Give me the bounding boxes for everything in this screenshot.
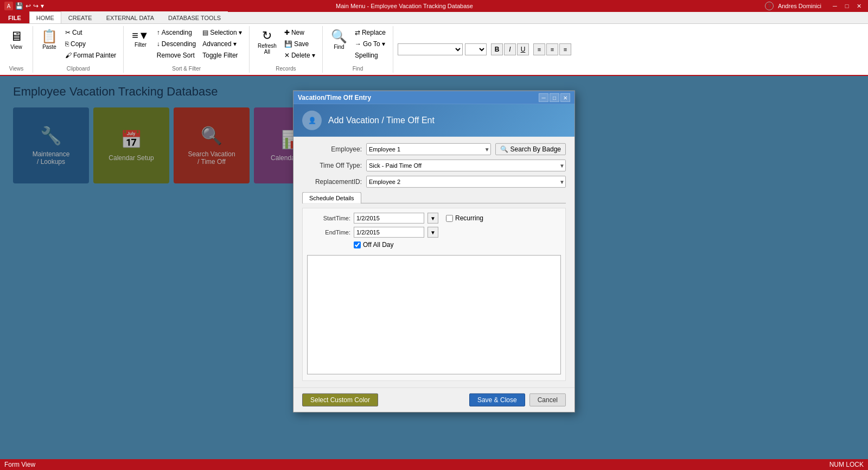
modal-maximize-button[interactable]: □ bbox=[550, 93, 559, 102]
modal-close-button[interactable]: ✕ bbox=[560, 93, 570, 102]
employee-select[interactable]: Employee 1 Employee 2 Employee 3 bbox=[366, 143, 491, 155]
paste-icon: 📋 bbox=[41, 30, 58, 43]
italic-button[interactable]: I bbox=[504, 43, 516, 55]
notes-textarea[interactable] bbox=[307, 255, 561, 374]
quick-access-redo[interactable]: ↪ bbox=[33, 2, 39, 10]
window-title: Main Menu - Employee Vacation Tracking D… bbox=[44, 3, 765, 9]
toggle-filter-button[interactable]: Toggle Filter bbox=[200, 50, 245, 61]
maximize-button[interactable]: □ bbox=[842, 1, 852, 11]
start-date-picker-button[interactable]: ▼ bbox=[427, 213, 438, 224]
tab-schedule-details[interactable]: Schedule Details bbox=[302, 192, 361, 204]
ribbon-group-sort: ≡▼ Filter ↑ Ascending ↓ Descending Remov… bbox=[124, 26, 250, 73]
recurring-checkbox-label: Recurring bbox=[446, 214, 483, 222]
remove-sort-button[interactable]: Remove Sort bbox=[154, 50, 199, 61]
replacement-select[interactable]: Employee 2 Employee 1 Employee 3 bbox=[366, 176, 566, 188]
status-view: Form View bbox=[4, 461, 35, 468]
modal-minimize-button[interactable]: ─ bbox=[539, 93, 548, 102]
off-all-day-label: Off All Day bbox=[354, 241, 393, 249]
select-custom-color-button[interactable]: Select Custom Color bbox=[302, 393, 378, 407]
quick-access-save[interactable]: 💾 bbox=[15, 2, 23, 10]
modal-tab-bar: Schedule Details bbox=[302, 192, 566, 204]
copy-icon: ⎘ bbox=[65, 40, 69, 48]
time-off-select-wrapper: Sick - Paid Time Off Vacation Personal D… bbox=[366, 160, 566, 172]
cut-icon: ✂ bbox=[65, 29, 71, 36]
recurring-checkbox[interactable] bbox=[446, 214, 453, 221]
tab-external[interactable]: EXTERNAL DATA bbox=[99, 11, 161, 23]
paste-button[interactable]: 📋 Paste bbox=[37, 27, 61, 53]
time-off-type-row: Time Off Type: Sick - Paid Time Off Vaca… bbox=[302, 160, 566, 172]
off-all-day-row: Off All Day bbox=[307, 241, 561, 249]
tab-home[interactable]: HOME bbox=[29, 11, 61, 23]
help-icon[interactable]: ? bbox=[765, 2, 774, 10]
status-bar: Form View NUM LOCK bbox=[0, 459, 868, 470]
schedule-section: StartTime: ▼ Recurring EndTime: ▼ bbox=[302, 208, 566, 381]
ribbon-group-views: 🖥 View Views bbox=[0, 26, 33, 73]
end-time-row: EndTime: ▼ bbox=[307, 227, 561, 238]
tab-file[interactable]: FILE bbox=[0, 11, 29, 23]
replace-button[interactable]: ⇄ Replace bbox=[352, 27, 388, 38]
ribbon-group-find: 🔍 Find ⇄ Replace → Go To ▾ Spelling Find bbox=[323, 26, 393, 73]
replacement-row: ReplacementID: Employee 2 Employee 1 Emp… bbox=[302, 176, 566, 188]
refresh-button[interactable]: ↻ RefreshAll bbox=[254, 27, 280, 58]
font-size-select[interactable] bbox=[465, 43, 487, 55]
num-lock-indicator: NUM LOCK bbox=[829, 461, 864, 468]
end-label: EndTime: bbox=[307, 229, 350, 236]
save-close-button[interactable]: Save & Close bbox=[469, 393, 525, 407]
end-time-input[interactable] bbox=[354, 227, 424, 238]
advanced-button[interactable]: Advanced ▾ bbox=[200, 39, 245, 49]
cut-button[interactable]: ✂ Cut bbox=[62, 27, 119, 38]
recurring-label: Recurring bbox=[455, 214, 483, 222]
goto-icon: → bbox=[355, 40, 361, 48]
title-bar: A 💾 ↩ ↪ ▾ Main Menu - Employee Vacation … bbox=[0, 0, 868, 12]
copy-button[interactable]: ⎘ Copy bbox=[62, 39, 119, 49]
off-all-day-text: Off All Day bbox=[363, 241, 393, 249]
bold-button[interactable]: B bbox=[491, 43, 503, 55]
refresh-label: RefreshAll bbox=[258, 43, 277, 55]
modal-header-title: Add Vacation / Time Off Ent bbox=[328, 116, 435, 125]
new-button[interactable]: ✚ New bbox=[282, 27, 318, 38]
tab-create[interactable]: CREATE bbox=[61, 11, 99, 23]
search-badge-label: Search By Badge bbox=[510, 145, 561, 153]
replacement-label: ReplacementID: bbox=[302, 178, 362, 186]
main-area: Employee Vacation Tracking Database 🔧 Ma… bbox=[0, 76, 868, 459]
goto-button[interactable]: → Go To ▾ bbox=[352, 39, 388, 49]
descending-button[interactable]: ↓ Descending bbox=[154, 39, 199, 49]
align-right-button[interactable]: ≡ bbox=[559, 43, 571, 55]
ribbon-group-records: ↻ RefreshAll ✚ New 💾 Save ✕ Delete ▾ Rec… bbox=[250, 26, 323, 73]
selection-icon: ▤ bbox=[202, 29, 208, 36]
align-center-button[interactable]: ≡ bbox=[546, 43, 558, 55]
view-button[interactable]: 🖥 View bbox=[4, 27, 28, 53]
tab-database[interactable]: DATABASE TOOLS bbox=[161, 11, 228, 23]
filter-button[interactable]: ≡▼ Filter bbox=[128, 27, 152, 50]
modal-person-icon: 👤 bbox=[308, 117, 316, 124]
delete-button[interactable]: ✕ Delete ▾ bbox=[282, 50, 318, 61]
modal-titlebar: Vacation/Time Off Entry ─ □ ✕ bbox=[293, 91, 575, 104]
ascending-button[interactable]: ↑ Ascending bbox=[154, 27, 199, 38]
close-button[interactable]: ✕ bbox=[854, 1, 864, 11]
ribbon-tab-bar: FILE HOME CREATE EXTERNAL DATA DATABASE … bbox=[0, 12, 868, 24]
find-group-label: Find bbox=[353, 66, 363, 72]
records-group-label: Records bbox=[276, 66, 296, 72]
spelling-button[interactable]: Spelling bbox=[352, 50, 388, 61]
off-all-day-checkbox[interactable] bbox=[354, 241, 361, 248]
ribbon-group-clipboard: 📋 Paste ✂ Cut ⎘ Copy 🖌 Format Painter Cl… bbox=[33, 26, 124, 73]
time-off-select[interactable]: Sick - Paid Time Off Vacation Personal D… bbox=[366, 160, 566, 172]
align-left-button[interactable]: ≡ bbox=[533, 43, 545, 55]
format-painter-button[interactable]: 🖌 Format Painter bbox=[62, 50, 119, 61]
start-time-input[interactable] bbox=[354, 213, 424, 224]
find-button[interactable]: 🔍 Find bbox=[327, 27, 351, 53]
replacement-select-wrapper: Employee 2 Employee 1 Employee 3 ▼ bbox=[366, 176, 566, 188]
end-date-picker-button[interactable]: ▼ bbox=[427, 227, 438, 238]
vacation-modal: Vacation/Time Off Entry ─ □ ✕ 👤 Add Vaca… bbox=[293, 91, 575, 412]
search-badge-button[interactable]: 🔍 Search By Badge bbox=[495, 143, 566, 155]
quick-access-undo[interactable]: ↩ bbox=[25, 2, 31, 10]
underline-button[interactable]: U bbox=[517, 43, 529, 55]
font-family-select[interactable] bbox=[398, 43, 463, 55]
save-ribbon-button[interactable]: 💾 Save bbox=[282, 39, 318, 49]
save-icon: 💾 bbox=[284, 40, 292, 48]
employee-select-wrapper: Employee 1 Employee 2 Employee 3 ▼ bbox=[366, 143, 491, 155]
time-off-label: Time Off Type: bbox=[302, 162, 362, 169]
cancel-button[interactable]: Cancel bbox=[529, 393, 566, 407]
selection-button[interactable]: ▤ Selection ▾ bbox=[200, 27, 245, 38]
minimize-button[interactable]: ─ bbox=[830, 1, 840, 11]
